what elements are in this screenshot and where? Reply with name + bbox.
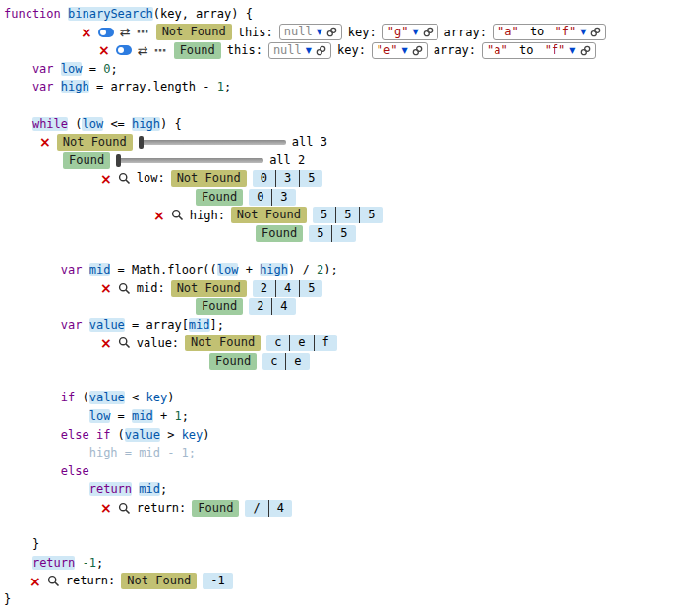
chevron-down-icon: ▼ (317, 25, 322, 39)
variable-value[interactable]: value (125, 428, 160, 442)
close-icon[interactable]: × (100, 172, 112, 186)
status-badge-not-found[interactable]: Not Found (171, 280, 247, 297)
magnifier-icon[interactable] (118, 282, 131, 295)
variable-high[interactable]: high (132, 117, 160, 131)
close-icon[interactable]: × (39, 135, 51, 149)
magnifier-icon[interactable] (118, 172, 131, 185)
value-cell: e (285, 353, 309, 370)
status-badge-not-found[interactable]: Not Found (57, 134, 133, 151)
array-value-dropdown[interactable]: "a" to "f" ▼ (482, 42, 595, 59)
code-text: = array[ (125, 318, 189, 332)
status-badge-not-found[interactable]: Not Found (156, 24, 232, 40)
value-cell: 5 (331, 225, 355, 242)
value-cell: 0 (253, 170, 275, 187)
function-name[interactable]: binarySearch (68, 7, 153, 21)
variable-value[interactable]: value (89, 391, 125, 404)
link-icon[interactable] (326, 27, 337, 37)
link-icon[interactable] (580, 45, 591, 56)
code-text: ) (167, 391, 174, 404)
value-cell: c (262, 353, 285, 370)
key-value-dropdown[interactable]: "e" ▼ (372, 42, 428, 59)
code-text: } (4, 537, 39, 551)
toggle-icon[interactable] (98, 28, 114, 37)
status-badge-found[interactable]: Found (192, 500, 239, 517)
code-text: = (110, 409, 132, 423)
status-badge-found[interactable]: Found (174, 42, 221, 59)
close-icon[interactable]: × (100, 281, 112, 295)
call-probe-not-found: × ⇄ ⋯ Not Found this: null ▼ key: "g" ▼ … (81, 24, 700, 42)
toggle-icon[interactable] (116, 45, 132, 55)
keyword-var: var (4, 62, 61, 76)
variable-key[interactable]: key (146, 391, 168, 404)
this-value-dropdown[interactable]: null ▼ (268, 42, 331, 59)
variable-mid[interactable]: mid (139, 482, 160, 496)
iteration-slider[interactable] (116, 158, 263, 163)
swap-arrows-icon[interactable]: ⇄ (138, 44, 148, 57)
variable-value[interactable]: value (89, 318, 125, 332)
array-from-value: "a" (487, 43, 508, 58)
close-icon[interactable]: × (98, 43, 110, 57)
ellipsis-icon[interactable]: ⋯ (154, 44, 168, 57)
keyword-return[interactable]: return (89, 482, 132, 496)
probe-label: value: (137, 335, 179, 353)
link-icon[interactable] (423, 27, 434, 37)
magnifier-icon[interactable] (47, 575, 60, 587)
iteration-slider[interactable] (139, 140, 286, 145)
variable-low[interactable]: low (82, 117, 103, 131)
variable-high[interactable]: high (61, 80, 89, 93)
call-probe-found: × ⇄ ⋯ Found this: null ▼ key: "e" ▼ arra… (98, 41, 700, 60)
unexecuted-code-text: high = mid - 1; (4, 446, 196, 459)
value-cell: / (245, 500, 267, 517)
probe-label: mid: (137, 279, 165, 298)
variable-mid[interactable]: mid (89, 263, 111, 276)
close-icon[interactable]: × (29, 575, 41, 588)
code-line-close-while: } (4, 535, 700, 554)
close-icon[interactable]: × (100, 501, 112, 515)
code-text: ; (96, 556, 103, 570)
status-badge-found[interactable]: Found (63, 152, 110, 169)
keyword-return[interactable]: return (32, 556, 75, 570)
this-value-dropdown[interactable]: null ▼ (279, 24, 342, 40)
array-value-dropdown[interactable]: "a" to "f" ▼ (493, 24, 606, 40)
chevron-down-icon: ▼ (580, 25, 586, 39)
close-icon[interactable]: × (100, 336, 112, 350)
link-icon[interactable] (412, 45, 423, 56)
key-label: key: (348, 24, 377, 42)
status-badge-not-found[interactable]: Not Found (121, 573, 197, 589)
magnifier-icon[interactable] (171, 209, 184, 221)
variable-key[interactable]: key (182, 428, 204, 442)
variable-mid[interactable]: mid (189, 318, 210, 332)
ellipsis-icon[interactable]: ⋯ (137, 26, 150, 38)
magnifier-icon[interactable] (118, 502, 131, 515)
link-icon[interactable] (316, 45, 326, 56)
variable-low[interactable]: low (217, 263, 239, 276)
status-badge-found[interactable]: Found (209, 353, 257, 370)
close-icon[interactable]: × (153, 209, 165, 222)
slider-handle[interactable] (116, 154, 121, 167)
variable-high[interactable]: high (260, 263, 288, 276)
keyword-while[interactable]: while (32, 117, 68, 131)
variable-low[interactable]: low (61, 62, 83, 76)
status-badge-not-found[interactable]: Not Found (231, 207, 307, 223)
status-badge-found[interactable]: Found (196, 189, 243, 206)
close-icon[interactable]: × (81, 26, 92, 39)
code-text: + (238, 263, 260, 276)
link-icon[interactable] (590, 27, 601, 37)
keyword-var: var (4, 80, 61, 93)
value-cells: 555 (313, 207, 383, 223)
code-text: ); (323, 263, 337, 276)
status-badge-not-found[interactable]: Not Found (171, 170, 247, 187)
variable-mid[interactable]: mid (132, 409, 153, 423)
value-cell: 2 (249, 298, 271, 315)
status-badge-found[interactable]: Found (256, 225, 303, 242)
swap-arrows-icon[interactable]: ⇄ (120, 26, 131, 38)
magnifier-icon[interactable] (118, 336, 131, 349)
status-badge-found[interactable]: Found (196, 298, 243, 315)
code-text: ; (182, 409, 189, 423)
slider-handle[interactable] (139, 136, 144, 149)
variable-low[interactable]: low (89, 409, 111, 423)
status-badge-not-found[interactable]: Not Found (185, 335, 261, 351)
code-editor[interactable]: function binarySearch(key, array) { × ⇄ … (0, 0, 700, 609)
blank-line (4, 518, 700, 536)
key-value-dropdown[interactable]: "g" ▼ (382, 24, 438, 40)
